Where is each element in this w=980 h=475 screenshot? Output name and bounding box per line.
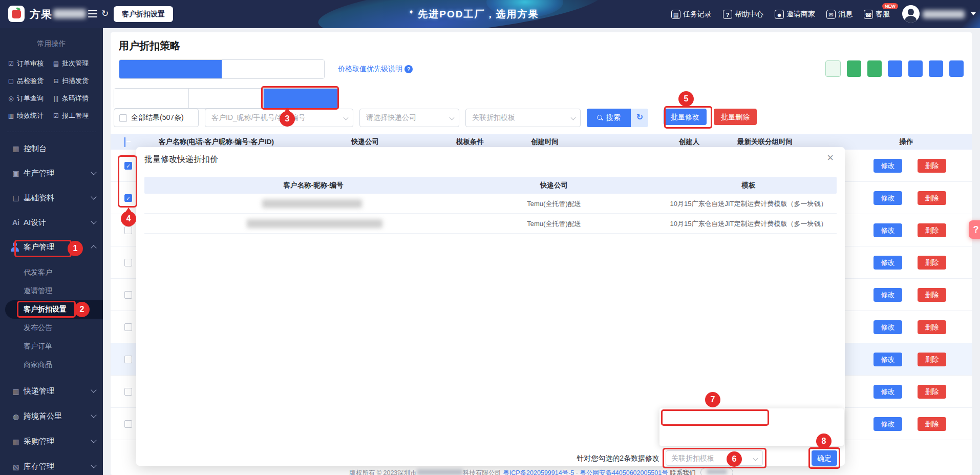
discount-type-tab[interactable] [189, 89, 264, 108]
collapse-menu-icon[interactable] [88, 10, 97, 19]
delete-button[interactable]: 删除 [918, 159, 946, 173]
delete-button[interactable]: 删除 [918, 353, 946, 366]
row-checkbox[interactable]: ✓ [124, 194, 132, 202]
user-avatar[interactable] [902, 5, 920, 23]
express-company-select[interactable]: 请选择快递公司 [359, 109, 459, 127]
quick-op-item[interactable]: ☑ 报工管理 [52, 107, 97, 125]
batch-delete-button[interactable]: 批量删除 [714, 109, 757, 125]
topbar-nav-item[interactable]: ? 帮助中心 [723, 10, 763, 19]
row-checkbox[interactable] [124, 259, 132, 266]
toolbar-button[interactable] [847, 60, 861, 77]
all-results-checkbox[interactable] [119, 114, 127, 122]
sidebar-submenu-item[interactable]: 邀请管理 [0, 282, 103, 300]
row-checkbox[interactable] [124, 420, 132, 428]
icp-link[interactable]: 粤ICP备2020599914号-5 [503, 469, 574, 475]
annotation-badge-6: 6 [727, 451, 742, 467]
select-all-checkbox[interactable] [124, 137, 125, 147]
search-button[interactable]: 搜索 [587, 109, 631, 127]
quick-op-item[interactable]: ☑ 订单审核 [7, 55, 52, 72]
row-checkbox[interactable] [124, 356, 132, 363]
toolbar-button[interactable] [929, 60, 943, 77]
row-checkbox[interactable] [124, 323, 132, 331]
batch-edit-button[interactable]: 批量修改 [664, 109, 707, 125]
toolbar-button[interactable] [888, 60, 902, 77]
edit-button[interactable]: 修改 [874, 320, 902, 334]
modal-template-select[interactable]: 关联折扣模板 [666, 450, 763, 466]
topbar-nav-item[interactable]: ☎ 客服 NEW [864, 10, 890, 19]
sidebar-menu-item[interactable]: ▦ 采购管理 [0, 429, 103, 454]
delete-button[interactable]: 删除 [918, 320, 946, 334]
close-icon[interactable]: × [827, 151, 834, 164]
reset-refresh-button[interactable]: ↻ [631, 109, 648, 127]
row-checkbox[interactable] [124, 388, 132, 396]
sidebar-menu-item[interactable]: ▥ 快递管理 [0, 379, 103, 404]
topbar-nav-item[interactable]: ▤ 任务记录 [671, 10, 712, 19]
sidebar-submenu-item[interactable]: 商家商品 [0, 356, 103, 374]
view-toggle-tab[interactable] [222, 60, 324, 78]
toolbar-button[interactable] [908, 60, 923, 77]
quick-ops-title: 常用操作 [0, 39, 103, 49]
user-dropdown-caret[interactable] [971, 12, 976, 15]
open-page-tab[interactable]: 客户折扣设置 [114, 6, 173, 22]
quick-op-item[interactable]: ||| 条码详情 [52, 90, 97, 107]
sidebar-menu-item[interactable]: ◍ 跨境首公里 [0, 404, 103, 429]
sidebar-submenu-item[interactable]: 客户订单 [0, 337, 103, 356]
sidebar-menu-item[interactable]: ▤ 基础资料 [0, 185, 103, 210]
toolbar-button[interactable] [825, 60, 841, 77]
edit-button[interactable]: 修改 [874, 256, 902, 270]
sidebar-menu-item[interactable]: ▣ 生产管理 [0, 161, 103, 185]
quick-op-icon: ||| [52, 95, 60, 102]
police-record-link[interactable]: 粤公网安备44050602005501号 [580, 469, 668, 475]
edit-button[interactable]: 修改 [874, 353, 902, 366]
customer-filter-select[interactable]: 客户ID_昵称/手机号/客户编号 [205, 109, 353, 127]
edit-button[interactable]: 修改 [874, 417, 902, 431]
delete-button[interactable]: 删除 [918, 417, 946, 431]
view-toggle-tab[interactable] [119, 60, 222, 78]
refresh-icon[interactable]: ↻ [101, 8, 109, 19]
toolbar-button[interactable] [867, 60, 882, 77]
sidebar-menu-item[interactable]: Ai AI设计 [0, 210, 103, 235]
delete-button[interactable]: 删除 [918, 256, 946, 270]
delete-button[interactable]: 删除 [918, 191, 946, 205]
edit-button[interactable]: 修改 [874, 191, 902, 205]
edit-button[interactable]: 修改 [874, 223, 902, 237]
quick-op-item[interactable]: ▢ 品检验货 [7, 72, 52, 90]
all-results-box[interactable]: 全部结果(507条) [114, 109, 199, 127]
edit-button[interactable]: 修改 [874, 288, 902, 302]
sidebar-menu-item[interactable]: ▧ 库存管理 [0, 454, 103, 475]
quick-op-item[interactable]: ▥ 绩效统计 [7, 107, 52, 125]
nav-item-icon: ☎ [864, 10, 873, 19]
row-checkbox[interactable] [124, 226, 132, 234]
confirm-button[interactable]: 确定 [812, 450, 837, 466]
sidebar-submenu-item[interactable]: 代发客户 [0, 263, 103, 282]
footer-pill[interactable] [700, 468, 733, 475]
sidebar-submenu-item[interactable]: 发布公告 [0, 319, 103, 337]
quick-op-item[interactable]: ◎ 订单查询 [7, 90, 52, 107]
quick-op-item[interactable]: ⊟ 扫描发货 [52, 72, 97, 90]
floating-help-button[interactable]: ? [969, 220, 980, 239]
question-icon[interactable]: ? [404, 65, 413, 73]
delete-button[interactable]: 删除 [918, 385, 946, 399]
modal-cell-express: Temu(全托管)配送 [508, 214, 600, 234]
row-checkbox[interactable] [124, 291, 132, 299]
delete-button[interactable]: 删除 [918, 223, 946, 237]
row-checkbox[interactable]: ✓ [124, 162, 132, 170]
dropdown-option[interactable] [659, 408, 844, 426]
sidebar-item-customer-management[interactable]: 客户管理 [0, 235, 103, 259]
nav-item-icon: ☻ [775, 10, 784, 19]
toolbar-button[interactable] [949, 60, 964, 77]
contact-us-link[interactable]: 联系我们 [670, 469, 695, 475]
topbar-nav-item[interactable]: ☻ 邀请商家 [775, 10, 815, 19]
edit-button[interactable]: 修改 [874, 385, 902, 399]
discount-type-tab[interactable] [114, 89, 189, 108]
quick-op-item[interactable]: ▤ 批次管理 [52, 55, 97, 72]
topbar-nav-item[interactable]: ✉ 消息 [826, 10, 853, 19]
sidebar-menu-item[interactable]: ▦ 控制台 [0, 136, 103, 161]
price-priority-link[interactable]: 价格取值优先级说明? [338, 65, 413, 74]
delete-button[interactable]: 删除 [918, 288, 946, 302]
discount-type-tab[interactable] [264, 89, 338, 108]
discount-template-select[interactable]: 关联折扣模板 [465, 109, 581, 127]
edit-button[interactable]: 修改 [874, 159, 902, 173]
quick-op-label: 报工管理 [62, 111, 89, 120]
menu-item-icon: ▧ [11, 463, 20, 471]
